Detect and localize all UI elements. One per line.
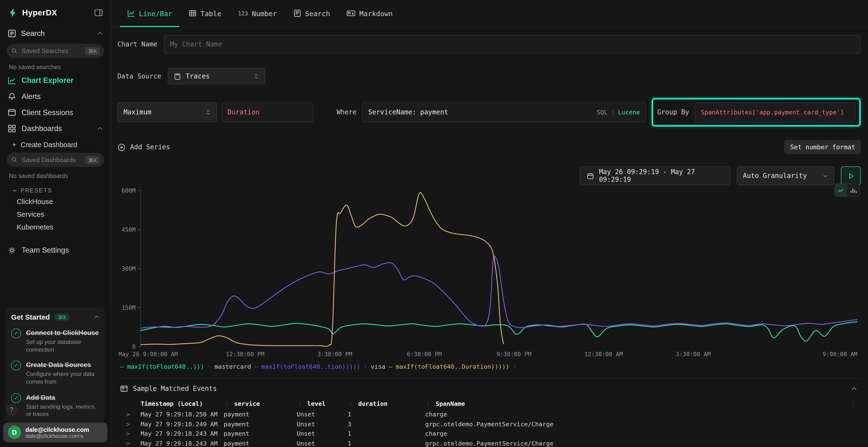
get-started-card: Get Started 3/3 ✓ Connect to ClickHouse … bbox=[5, 308, 105, 421]
search-section-icon bbox=[8, 29, 16, 38]
group-by-input[interactable] bbox=[695, 102, 855, 122]
chart-area: 0150M300M450M600MMay 26 9:00:00 AM12:30:… bbox=[117, 185, 861, 361]
column-divider-icon: ⋮ bbox=[297, 400, 303, 407]
table-options-icon[interactable]: ⋮ bbox=[850, 400, 861, 407]
legend-separator: · bbox=[513, 363, 516, 370]
data-source-label: Data Source bbox=[117, 72, 161, 80]
bar-view-toggle-icon[interactable] bbox=[847, 184, 859, 197]
tab-line-bar[interactable]: Line/Bar bbox=[119, 0, 181, 27]
row-expander-icon[interactable]: > bbox=[126, 411, 141, 418]
tab-markdown[interactable]: Markdown bbox=[338, 0, 401, 27]
step-title: Connect to ClickHouse bbox=[26, 329, 99, 337]
chevron-up-icon[interactable] bbox=[94, 314, 100, 320]
plus-circle-icon bbox=[117, 143, 126, 151]
column-divider-icon: ⋮ bbox=[224, 400, 230, 407]
row-expander-icon[interactable]: > bbox=[126, 431, 141, 438]
sidebar-item-clickhouse[interactable]: ClickHouse bbox=[0, 195, 111, 208]
column-header-level[interactable]: ⋮level bbox=[297, 400, 348, 407]
set-number-format-button[interactable]: Set number format bbox=[784, 140, 861, 154]
tab-number[interactable]: 123 Number bbox=[229, 0, 285, 27]
row-expander-icon[interactable]: > bbox=[126, 440, 141, 447]
main-panel: Line/Bar Table 123 Number Search bbox=[111, 0, 868, 447]
sidebar-item-services[interactable]: Services bbox=[0, 208, 111, 220]
column-divider-icon: ⋮ bbox=[348, 400, 354, 407]
create-dashboard-button[interactable]: + Create Dashboard bbox=[0, 137, 111, 151]
step-title: Create Data Sources bbox=[26, 361, 91, 369]
legend-item[interactable]: — maxIf(toFloat640..))) · mastercard bbox=[120, 363, 251, 370]
svg-text:150M: 150M bbox=[122, 304, 135, 311]
chart-name-label: Chart Name bbox=[117, 40, 157, 48]
chart-type-tabbar: Line/Bar Table 123 Number Search bbox=[111, 0, 868, 27]
column-header-timestamp[interactable]: Timestamp (Local) bbox=[141, 400, 223, 407]
help-button[interactable]: ? bbox=[5, 404, 18, 416]
tab-label: Table bbox=[200, 9, 221, 18]
legend-series-label: maxIf(toFloat640..tion))))) bbox=[261, 363, 361, 370]
user-account-button[interactable]: D dale@clickhouse.com dale@clickhouse.co… bbox=[3, 422, 107, 442]
svg-text:450M: 450M bbox=[122, 227, 135, 233]
lucene-language-toggle[interactable]: Lucene bbox=[618, 109, 640, 116]
chart-name-input[interactable] bbox=[164, 35, 861, 54]
sidebar: HyperDX Search Saved Searches ⌘K No save… bbox=[0, 0, 111, 447]
chevron-down-icon bbox=[12, 187, 18, 193]
line-chart[interactable]: 0150M300M450M600MMay 26 9:00:00 AM12:30:… bbox=[117, 185, 861, 361]
saved-dashboards-placeholder: Saved Dashboards bbox=[22, 157, 76, 163]
get-started-step[interactable]: ✓ Create Data Sources Configure where yo… bbox=[11, 359, 100, 386]
sidebar-section-search[interactable]: Search bbox=[0, 23, 111, 42]
table-row[interactable]: > May 27 9:29:18.250 AM payment Unset 1 … bbox=[117, 410, 861, 419]
tab-search[interactable]: Search bbox=[285, 0, 339, 27]
tab-label: Search bbox=[305, 9, 330, 18]
get-started-step[interactable]: ✓ Add Data Start sending logs, metrics, … bbox=[11, 392, 100, 418]
column-header-spanname[interactable]: ⋮SpanName bbox=[425, 400, 850, 407]
line-view-toggle-icon[interactable] bbox=[835, 184, 847, 197]
cell-timestamp: May 27 9:29:18.243 AM bbox=[141, 440, 223, 447]
sidebar-item-alerts[interactable]: Alerts bbox=[0, 89, 111, 105]
sidebar-item-team-settings[interactable]: Team Settings bbox=[0, 242, 111, 259]
where-input[interactable] bbox=[363, 108, 597, 116]
svg-text:300M: 300M bbox=[122, 265, 135, 272]
granularity-select[interactable]: Auto Granularity bbox=[737, 166, 834, 185]
field-input[interactable] bbox=[221, 102, 313, 122]
cell-duration: 1 bbox=[348, 431, 425, 438]
aggregation-select[interactable]: Maximum bbox=[117, 102, 217, 122]
step-title: Add Data bbox=[26, 393, 55, 401]
chart-explorer-icon bbox=[8, 76, 16, 84]
chevron-up-icon[interactable] bbox=[97, 30, 103, 36]
cell-duration: 3 bbox=[348, 421, 425, 428]
sidebar-collapse-icon[interactable] bbox=[94, 8, 103, 17]
saved-dashboards-input[interactable]: Saved Dashboards ⌘K bbox=[7, 153, 104, 167]
check-circle-icon: ✓ bbox=[11, 393, 21, 403]
table-row[interactable]: > May 27 9:29:18.249 AM payment Unset 3 … bbox=[117, 419, 861, 429]
column-header-duration[interactable]: ⋮duration bbox=[348, 400, 425, 407]
sql-language-toggle[interactable]: SQL bbox=[597, 109, 608, 116]
date-range-picker[interactable]: May 26 09:29:19 - May 27 09:29:19 bbox=[580, 166, 730, 185]
presets-toggle[interactable]: PRESETS bbox=[0, 181, 111, 195]
table-row[interactable]: > May 27 9:29:18.243 AM payment Unset 1 … bbox=[117, 429, 861, 439]
chevron-up-icon[interactable] bbox=[97, 126, 103, 132]
column-header-service[interactable]: ⋮service bbox=[224, 400, 297, 407]
run-query-button[interactable] bbox=[841, 166, 861, 185]
legend-item[interactable]: — maxIf(toFloat640..tion))))) · visa bbox=[254, 363, 385, 370]
get-started-step[interactable]: ✓ Connect to ClickHouse Set up your data… bbox=[11, 328, 100, 354]
data-source-select[interactable]: Traces bbox=[168, 68, 266, 84]
row-expander-icon[interactable]: > bbox=[126, 421, 141, 428]
add-series-button[interactable]: Add Series bbox=[117, 143, 170, 151]
traces-source-icon bbox=[174, 73, 181, 80]
legend-item[interactable]: — maxIf(toFloat640..Duration))))) · bbox=[389, 363, 520, 370]
svg-text:3:30:00 PM: 3:30:00 PM bbox=[317, 351, 352, 358]
legend-group-value: mastercard bbox=[214, 363, 251, 370]
sidebar-item-client-sessions[interactable]: Client Sessions bbox=[0, 105, 111, 121]
sidebar-item-kubernetes[interactable]: Kubernetes bbox=[0, 220, 111, 233]
sidebar-item-chart-explorer[interactable]: Chart Explorer bbox=[0, 72, 111, 89]
no-saved-searches-text: No saved searches bbox=[0, 58, 111, 72]
group-by-label: Group By bbox=[657, 108, 689, 116]
chevron-up-icon[interactable] bbox=[851, 385, 858, 392]
svg-text:May 26 9:00:00 AM: May 26 9:00:00 AM bbox=[118, 351, 178, 358]
svg-text:9:00:00 AM: 9:00:00 AM bbox=[823, 351, 858, 358]
no-saved-dashboards-text: No saved dashboards bbox=[0, 167, 111, 181]
tab-table[interactable]: Table bbox=[181, 0, 230, 27]
table-row[interactable]: > May 27 9:29:18.243 AM payment Unset 1 … bbox=[117, 439, 861, 447]
saved-searches-input[interactable]: Saved Searches ⌘K bbox=[7, 44, 104, 58]
calendar-icon bbox=[587, 172, 594, 179]
user-email: dale@clickhouse.com bbox=[26, 426, 89, 433]
sidebar-item-dashboards[interactable]: Dashboards bbox=[0, 121, 111, 137]
